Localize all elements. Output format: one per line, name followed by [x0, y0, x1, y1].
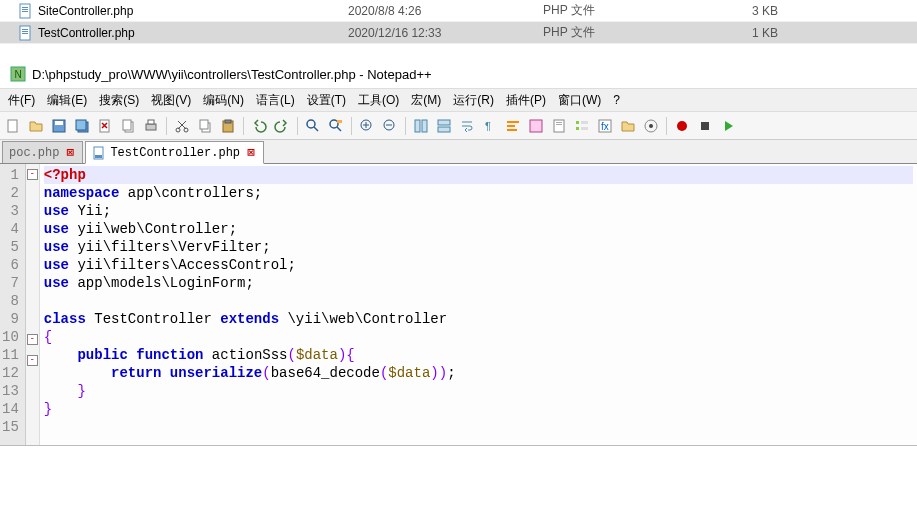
- paste-icon[interactable]: [217, 115, 239, 137]
- copy-icon[interactable]: [194, 115, 216, 137]
- file-type: PHP 文件: [543, 24, 718, 41]
- svg-rect-44: [576, 127, 579, 130]
- doc-list-icon[interactable]: [571, 115, 593, 137]
- menu-run[interactable]: 运行(R): [447, 89, 500, 112]
- code-line[interactable]: class TestController extends \yii\web\Co…: [44, 310, 913, 328]
- code-line[interactable]: }: [44, 400, 913, 418]
- function-list-icon[interactable]: fx: [594, 115, 616, 137]
- svg-rect-25: [225, 120, 231, 123]
- window-title-bar: N D:\phpstudy_pro\WWW\yii\controllers\Te…: [0, 60, 917, 88]
- folder-icon[interactable]: [617, 115, 639, 137]
- fold-minus-icon[interactable]: -: [27, 169, 38, 180]
- zoom-in-icon[interactable]: [356, 115, 378, 137]
- line-number: 11: [2, 346, 19, 364]
- svg-point-51: [677, 121, 687, 131]
- fold-cell: [26, 187, 39, 205]
- find-icon[interactable]: [302, 115, 324, 137]
- redo-icon[interactable]: [271, 115, 293, 137]
- doc-map-icon[interactable]: [548, 115, 570, 137]
- save-icon[interactable]: [48, 115, 70, 137]
- monitor-icon[interactable]: [640, 115, 662, 137]
- menu-search[interactable]: 搜索(S): [93, 89, 145, 112]
- svg-rect-19: [148, 120, 154, 124]
- show-all-chars-icon[interactable]: ¶: [479, 115, 501, 137]
- fold-cell[interactable]: -: [26, 334, 39, 352]
- tab-label: poc.php: [9, 146, 59, 160]
- file-size: 3 KB: [718, 4, 798, 18]
- tab-close-icon[interactable]: ⊠: [64, 147, 76, 159]
- code-line[interactable]: <?php: [44, 166, 913, 184]
- undo-icon[interactable]: [248, 115, 270, 137]
- menu-settings[interactable]: 设置(T): [301, 89, 352, 112]
- svg-rect-39: [530, 120, 542, 132]
- record-macro-icon[interactable]: [671, 115, 693, 137]
- code-line[interactable]: [44, 418, 913, 436]
- code-area[interactable]: <?phpnamespace app\controllers;use Yii;u…: [40, 164, 917, 445]
- fold-minus-icon[interactable]: -: [27, 334, 38, 345]
- tab-close-icon[interactable]: ⊠: [245, 147, 257, 159]
- code-line[interactable]: }: [44, 382, 913, 400]
- file-row[interactable]: SiteController.php 2020/8/8 4:26 PHP 文件 …: [0, 0, 917, 22]
- fold-minus-icon[interactable]: -: [27, 355, 38, 366]
- code-line[interactable]: use yii\filters\AccessControl;: [44, 256, 913, 274]
- code-line[interactable]: return unserialize(base64_decode($data))…: [44, 364, 913, 382]
- zoom-out-icon[interactable]: [379, 115, 401, 137]
- fold-cell[interactable]: -: [26, 169, 39, 187]
- fold-cell[interactable]: -: [26, 355, 39, 373]
- menu-view[interactable]: 视图(V): [145, 89, 197, 112]
- menu-language[interactable]: 语言(L): [250, 89, 301, 112]
- window-title: D:\phpstudy_pro\WWW\yii\controllers\Test…: [32, 67, 432, 82]
- open-file-icon[interactable]: [25, 115, 47, 137]
- new-file-icon[interactable]: [2, 115, 24, 137]
- tab-inactive[interactable]: poc.php ⊠: [2, 141, 83, 163]
- wrap-icon[interactable]: [456, 115, 478, 137]
- indent-guide-icon[interactable]: [502, 115, 524, 137]
- menu-plugins[interactable]: 插件(P): [500, 89, 552, 112]
- file-row[interactable]: TestController.php 2020/12/16 12:33 PHP …: [0, 22, 917, 44]
- replace-icon[interactable]: [325, 115, 347, 137]
- sync-v-icon[interactable]: [410, 115, 432, 137]
- line-number: 12: [2, 364, 19, 382]
- fold-cell: [26, 259, 39, 277]
- toolbar: ¶ fx: [0, 112, 917, 140]
- menu-edit[interactable]: 编辑(E): [41, 89, 93, 112]
- play-macro-icon[interactable]: [717, 115, 739, 137]
- code-line[interactable]: namespace app\controllers;: [44, 184, 913, 202]
- svg-point-50: [649, 124, 653, 128]
- cut-icon[interactable]: [171, 115, 193, 137]
- menu-encoding[interactable]: 编码(N): [197, 89, 250, 112]
- svg-rect-32: [422, 120, 427, 132]
- line-number: 10: [2, 328, 19, 346]
- print-icon[interactable]: [140, 115, 162, 137]
- menu-macro[interactable]: 宏(M): [405, 89, 447, 112]
- code-editor[interactable]: 123456789101112131415 --- <?phpnamespace…: [0, 164, 917, 445]
- fold-cell: [26, 277, 39, 295]
- code-line[interactable]: use Yii;: [44, 202, 913, 220]
- close-icon[interactable]: [94, 115, 116, 137]
- code-line[interactable]: [44, 292, 913, 310]
- tab-bar: poc.php ⊠ TestController.php ⊠: [0, 140, 917, 164]
- tab-active[interactable]: TestController.php ⊠: [85, 141, 264, 164]
- fold-column[interactable]: ---: [26, 164, 40, 445]
- sync-h-icon[interactable]: [433, 115, 455, 137]
- svg-rect-38: [507, 129, 517, 131]
- stop-macro-icon[interactable]: [694, 115, 716, 137]
- menu-help[interactable]: ?: [607, 90, 626, 110]
- code-line[interactable]: use yii\web\Controller;: [44, 220, 913, 238]
- save-all-icon[interactable]: [71, 115, 93, 137]
- file-date: 2020/12/16 12:33: [348, 26, 543, 40]
- svg-rect-6: [22, 31, 28, 32]
- menu-window[interactable]: 窗口(W): [552, 89, 607, 112]
- code-line[interactable]: use app\models\LoginForm;: [44, 274, 913, 292]
- toolbar-separator: [166, 117, 167, 135]
- toolbar-separator: [666, 117, 667, 135]
- code-line[interactable]: use yii\filters\VervFilter;: [44, 238, 913, 256]
- menu-tools[interactable]: 工具(O): [352, 89, 405, 112]
- svg-rect-28: [337, 120, 342, 123]
- code-line[interactable]: public function actionSss($data){: [44, 346, 913, 364]
- close-all-icon[interactable]: [117, 115, 139, 137]
- user-lang-icon[interactable]: [525, 115, 547, 137]
- menu-file[interactable]: 件(F): [2, 89, 41, 112]
- code-line[interactable]: {: [44, 328, 913, 346]
- svg-point-27: [330, 120, 338, 128]
